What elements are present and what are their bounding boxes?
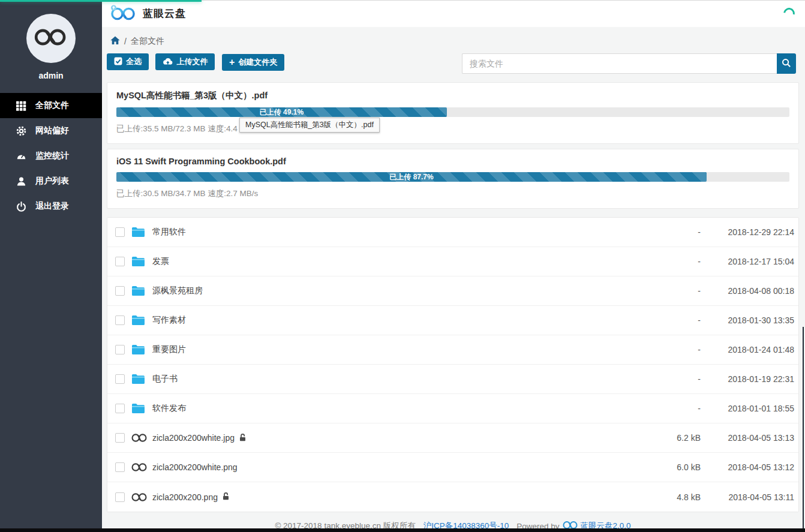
row-checkbox[interactable] [115,492,125,502]
folder-icon [131,344,148,355]
file-name[interactable]: 软件发布 [152,403,653,414]
file-date: 2018-12-29 22:14 [701,227,794,237]
toolbar: 全选 上传文件 + 创建文件夹 [107,53,799,75]
sidebar-item-user-list[interactable]: 用户列表 [0,169,102,194]
file-name[interactable]: zicla200x200.png [152,492,653,502]
table-row[interactable]: zicla200x200.png 4.8 kB 2018-04-05 13:11 [107,482,798,512]
file-date: 2018-01-01 18:55 [701,404,794,413]
table-row[interactable]: 电子书 - 2018-01-19 22:31 [107,365,798,394]
upload-progress-track: 已上传 87.7% [116,172,789,182]
row-checkbox[interactable] [115,315,125,325]
avatar[interactable] [26,14,76,63]
unlock-icon [239,433,247,443]
upload-progress-label: 已上传 49.1% [260,107,304,118]
brand-logo-icon [33,27,69,50]
app-header: 蓝眼云盘 [102,0,805,27]
row-checkbox[interactable] [115,374,125,384]
file-list: 常用软件 - 2018-12-29 22:14 发票 - 2018-12-17 … [107,217,799,512]
folder-icon [131,403,148,414]
sidebar-item-monitor-stats[interactable]: 监控统计 [0,143,102,169]
file-name[interactable]: 发票 [152,256,653,267]
breadcrumb: / 全部文件 [110,36,799,47]
sidebar-item-label: 用户列表 [35,176,69,187]
user-icon [16,176,26,187]
file-date: 2018-01-19 22:31 [701,374,794,384]
app-logo-icon [109,4,137,23]
search-button[interactable] [777,53,796,74]
file-size: 6.2 kB [653,433,701,443]
top-border [202,0,805,1]
row-checkbox[interactable] [115,286,125,296]
upload-progress-bar: 已上传 49.1% [116,107,447,117]
folder-icon [131,315,148,326]
row-checkbox[interactable] [115,462,125,472]
table-row[interactable]: 源枫景苑租房 - 2018-04-08 00:18 [107,276,798,306]
breadcrumb-separator: / [124,37,127,46]
table-row[interactable]: zicla200x200white.png 6.0 kB 2018-04-05 … [107,453,798,482]
file-name[interactable]: 电子书 [152,374,653,384]
image-file-icon [131,492,148,502]
page-title: 蓝眼云盘 [143,7,186,20]
search-bar [462,53,796,74]
check-square-icon [114,57,122,67]
sidebar-item-all-files[interactable]: 全部文件 [0,93,102,118]
image-file-icon [131,433,148,443]
power-icon [16,202,26,212]
file-name[interactable]: 写作素材 [152,315,653,326]
file-name[interactable]: zicla200x200white.png [152,462,653,472]
table-row[interactable]: zicla200x200white.jpg 6.2 kB 2018-04-05 … [107,423,798,453]
sidebar-item-site-preferences[interactable]: 网站偏好 [0,118,102,143]
table-row[interactable]: 写作素材 - 2018-01-30 13:35 [107,306,798,335]
grid-icon [16,101,26,111]
search-input[interactable] [462,53,777,74]
file-size: - [653,345,701,354]
table-row[interactable]: 重要图片 - 2018-01-24 01:48 [107,335,798,365]
scrollbar-thumb[interactable] [803,327,804,528]
row-checkbox[interactable] [115,433,125,443]
select-all-button[interactable]: 全选 [107,53,149,70]
sidebar-item-label: 网站偏好 [35,125,69,136]
folder-icon [131,227,148,238]
folder-icon [131,374,148,384]
upload-card: iOS 11 Swift Programming Cookbook.pdf 已上… [107,149,799,209]
folder-icon [131,285,148,296]
file-name[interactable]: 源枫景苑租房 [152,285,653,296]
upload-progress-label: 已上传 87.7% [389,172,433,182]
username: admin [0,71,102,80]
file-date: 2018-04-05 13:11 [701,492,794,502]
file-date: 2018-04-05 13:13 [701,433,794,443]
main-area: 蓝眼云盘 / 全部文件 全选 [102,0,805,532]
file-date: 2018-12-17 15:04 [701,257,794,266]
file-size: 6.0 kB [653,462,701,472]
upload-info: 已上传:30.5 MB/34.7 MB 速度:2.7 MB/s [116,188,789,199]
content: / 全部文件 全选 上传文件 [102,36,805,532]
sidebar-item-logout[interactable]: 退出登录 [0,194,102,219]
row-checkbox[interactable] [115,345,125,354]
table-row[interactable]: 软件发布 - 2018-01-01 18:55 [107,394,798,423]
file-date: 2018-04-08 00:18 [701,286,794,296]
file-date: 2018-01-30 13:35 [701,315,794,325]
folder-icon [131,256,148,267]
file-size: - [653,404,701,413]
file-size: 4.8 kB [653,492,701,502]
file-name[interactable]: 常用软件 [152,227,653,238]
file-name[interactable]: 重要图片 [152,344,653,355]
breadcrumb-current[interactable]: 全部文件 [131,36,164,47]
file-size: - [653,227,701,237]
table-row[interactable]: 发票 - 2018-12-17 15:04 [107,247,798,276]
row-checkbox[interactable] [115,227,125,237]
table-row[interactable]: 常用软件 - 2018-12-29 22:14 [107,218,798,247]
gauge-icon [16,151,26,161]
row-checkbox[interactable] [115,257,125,266]
row-checkbox[interactable] [115,404,125,413]
home-icon[interactable] [110,36,120,47]
sidebar-item-label: 全部文件 [35,100,69,111]
upload-file-button[interactable]: 上传文件 [155,53,215,70]
upload-file-label: 上传文件 [176,56,208,67]
upload-card: MySQL高性能书籍_第3版（中文）.pdf 已上传 49.1% 已上传:35.… [107,82,799,144]
search-icon [782,58,791,70]
create-folder-button[interactable]: + 创建文件夹 [222,54,284,71]
file-name[interactable]: zicla200x200white.jpg [152,433,653,443]
file-size: - [653,315,701,325]
file-size: - [653,286,701,296]
